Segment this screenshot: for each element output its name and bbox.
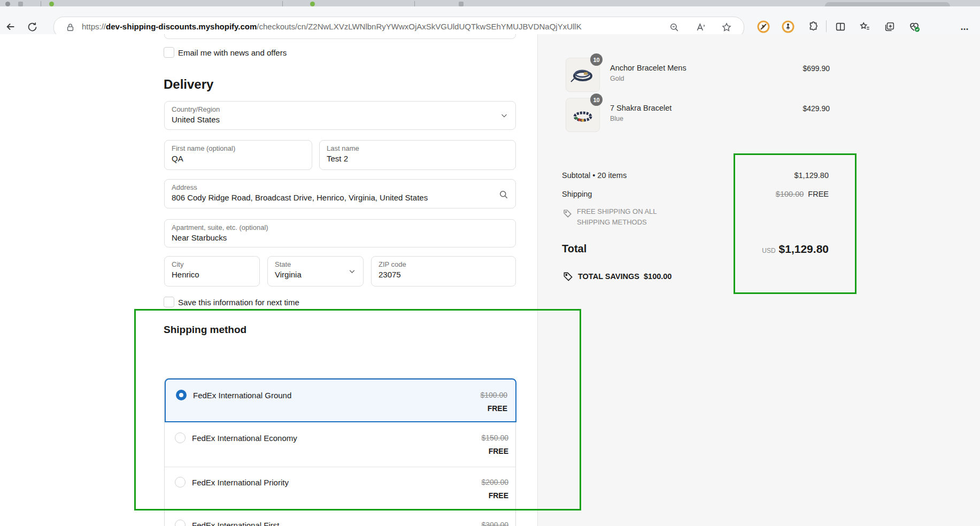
subtotal-label: Subtotal • 20 items: [562, 171, 627, 180]
active-tab[interactable]: [825, 2, 950, 6]
refresh-icon[interactable]: [25, 19, 40, 34]
city-field[interactable]: City Henrico: [164, 256, 260, 287]
total-label: Total: [562, 243, 587, 255]
order-summary: 10 Anchor Bracelet Mens Gold $699.90 10 …: [537, 34, 980, 526]
extension-orange-1-icon[interactable]: [756, 19, 771, 34]
shipping-option-priority[interactable]: FedEx International Priority $200.00 FRE…: [165, 467, 516, 509]
browser-toolbar: https://dev-shipping-discounts.myshopify…: [0, 6, 980, 35]
shipping-options-group: FedEx International Ground $100.00 FREE …: [164, 378, 516, 526]
item-variant: Blue: [610, 115, 623, 122]
item-price: $699.90: [802, 64, 830, 73]
tab-page-icon: [18, 2, 23, 6]
save-info-checkbox[interactable]: [164, 297, 174, 307]
savings-tag-icon: [563, 272, 573, 284]
shipping-option-ground[interactable]: FedEx International Ground $100.00 FREE: [165, 378, 516, 422]
item-price: $429.90: [802, 104, 830, 113]
shipping-method-heading: Shipping method: [164, 324, 246, 336]
extensions-puzzle-icon[interactable]: [806, 19, 821, 34]
extension-orange-2-icon[interactable]: [781, 19, 796, 34]
browser-essentials-icon[interactable]: [907, 19, 922, 34]
shipping-option-first[interactable]: FedEx International First $300.00 FREE: [165, 509, 516, 526]
settings-ellipsis[interactable]: ...: [957, 19, 972, 34]
item-variant: Gold: [610, 75, 624, 82]
favorites-bar-icon[interactable]: [858, 19, 873, 34]
email-optin-checkbox[interactable]: [164, 47, 174, 58]
zip-field[interactable]: ZIP code 23075: [371, 256, 516, 287]
tab-separator: [282, 1, 283, 6]
shipping-note-line2: SHIPPING METHODS: [577, 218, 647, 226]
radio-icon[interactable]: [175, 520, 186, 526]
browser-window: https://dev-shipping-discounts.myshopify…: [0, 0, 980, 526]
chevron-down-icon: [348, 267, 357, 278]
first-name-field[interactable]: First name (optional) QA: [164, 140, 312, 170]
shipping-option-economy[interactable]: FedEx International Economy $150.00 FREE: [165, 422, 516, 467]
chevron-down-icon: [499, 111, 509, 122]
subtotal-value: $1,129.80: [794, 171, 829, 180]
shopify-favicon: [49, 2, 54, 6]
shipping-value: $100.00 FREE: [776, 190, 829, 198]
quantity-badge: 10: [590, 94, 603, 106]
item-name: 7 Shakra Bracelet: [610, 104, 672, 112]
quantity-badge: 10: [590, 53, 603, 66]
browser-tab-strip[interactable]: [0, 0, 980, 6]
toolbar-divider: [826, 20, 827, 32]
country-select[interactable]: Country/Region United States: [164, 101, 516, 130]
discount-tag-icon: [563, 209, 572, 220]
shipping-note-line1: FREE SHIPPING ON ALL: [577, 207, 657, 215]
total-value: USD$1,129.80: [762, 243, 829, 256]
favorite-star-icon[interactable]: [720, 21, 733, 34]
total-savings: TOTAL SAVINGS $100.00: [578, 272, 672, 281]
profile-avatar[interactable]: [5, 2, 10, 6]
item-name: Anchor Bracelet Mens: [610, 64, 686, 72]
radio-icon[interactable]: [175, 432, 186, 443]
read-aloud-icon[interactable]: [695, 21, 707, 34]
collections-icon[interactable]: [882, 19, 897, 34]
email-field-partial[interactable]: [164, 34, 516, 39]
tab-page-icon: [459, 2, 464, 6]
email-optin-label: Email me with news and offers: [178, 48, 287, 57]
address-field[interactable]: Address 806 Cody Ridge Road, Broadcast D…: [164, 179, 516, 208]
shopify-favicon: [310, 2, 315, 6]
last-name-field[interactable]: Last name Test 2: [319, 140, 516, 170]
state-select[interactable]: State Virginia: [267, 256, 364, 287]
delivery-heading: Delivery: [164, 77, 213, 92]
total-currency: USD: [762, 247, 775, 254]
lock-icon[interactable]: [64, 21, 76, 34]
url-text[interactable]: https://dev-shipping-discounts.myshopify…: [82, 22, 582, 31]
split-screen-icon[interactable]: [833, 19, 848, 34]
shipping-label: Shipping: [562, 190, 592, 198]
tab-separator: [41, 1, 41, 6]
apartment-field[interactable]: Apartment, suite, etc. (optional) Near S…: [164, 219, 516, 247]
checkout-main: Email me with news and offers Delivery C…: [0, 34, 537, 526]
save-info-label: Save this information for next time: [178, 298, 299, 307]
search-icon: [498, 189, 509, 202]
tab-separator: [414, 1, 415, 6]
radio-selected-icon[interactable]: [176, 390, 187, 400]
radio-icon[interactable]: [175, 477, 186, 488]
zoom-out-icon[interactable]: [668, 21, 681, 34]
back-icon[interactable]: [3, 19, 18, 34]
